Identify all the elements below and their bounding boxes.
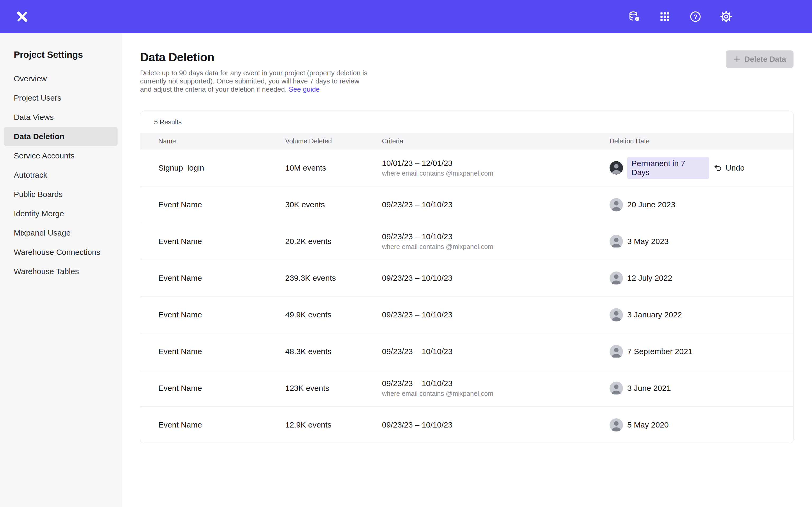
row-criteria-cell: 09/23/23 – 10/10/23	[382, 420, 610, 429]
data-management-icon[interactable]	[627, 10, 641, 23]
undo-icon	[713, 163, 722, 172]
row-volume-deleted: 20.2K events	[285, 237, 382, 246]
description-text: Delete up to 90 days data for any event …	[140, 69, 367, 93]
row-criteria: 09/23/23 – 10/10/23	[382, 232, 610, 241]
row-event-name: Event Name	[158, 274, 285, 283]
table-row: Event Name 49.9K events 09/23/23 – 10/10…	[140, 296, 793, 333]
page-title: Data Deletion	[140, 50, 370, 64]
sidebar-item-label: Mixpanel Usage	[14, 228, 70, 237]
row-criteria-cell: 09/23/23 – 10/10/23	[382, 200, 610, 209]
row-volume-deleted: 10M events	[285, 163, 382, 172]
row-criteria-cell: 09/23/23 – 10/10/23	[382, 274, 610, 283]
row-event-name: Signup_login	[158, 163, 285, 172]
sidebar-item-autotrack[interactable]: Autotrack	[4, 165, 118, 184]
sidebar-item-data-views[interactable]: Data Views	[4, 108, 118, 127]
sidebar-item-data-deletion[interactable]: Data Deletion	[4, 127, 118, 146]
row-criteria: 09/23/23 – 10/10/23	[382, 347, 610, 356]
delete-data-button[interactable]: Delete Data	[726, 50, 794, 68]
table-row: Event Name 239.3K events 09/23/23 – 10/1…	[140, 260, 793, 296]
row-criteria: 09/23/23 – 10/10/23	[382, 379, 610, 388]
sidebar-item-warehouse-tables[interactable]: Warehouse Tables	[4, 262, 118, 281]
sidebar-item-service-accounts[interactable]: Service Accounts	[4, 146, 118, 165]
sidebar-item-public-boards[interactable]: Public Boards	[4, 184, 118, 204]
table-row: Event Name 123K events 09/23/23 – 10/10/…	[140, 370, 793, 406]
column-header-deletion-date: Deletion Date	[610, 137, 793, 145]
user-avatar	[610, 272, 623, 285]
sidebar-nav: OverviewProject UsersData ViewsData Dele…	[0, 69, 121, 281]
table-header-row: Name Volume Deleted Criteria Deletion Da…	[140, 133, 793, 150]
row-criteria: 10/01/23 – 12/01/23	[382, 159, 610, 168]
row-event-name: Event Name	[158, 237, 285, 246]
undo-button[interactable]: Undo	[713, 163, 745, 172]
undo-label: Undo	[725, 163, 745, 172]
table-row: Event Name 48.3K events 09/23/23 – 10/10…	[140, 333, 793, 370]
sidebar-item-overview[interactable]: Overview	[4, 69, 118, 88]
row-volume-deleted: 239.3K events	[285, 274, 382, 283]
user-avatar	[610, 235, 623, 248]
mixpanel-logo[interactable]	[15, 10, 29, 23]
row-deletion-cell: 3 June 2021	[610, 382, 793, 395]
deletion-date: 20 June 2023	[627, 200, 675, 209]
row-criteria: 09/23/23 – 10/10/23	[382, 274, 610, 283]
sidebar-item-identity-merge[interactable]: Identity Merge	[4, 204, 118, 223]
row-criteria-subtext: where email contains @mixpanel.com	[382, 243, 610, 250]
user-avatar	[610, 418, 623, 432]
sidebar-item-label: Warehouse Tables	[14, 267, 79, 276]
row-deletion-cell: 5 May 2020	[610, 418, 793, 432]
page-description: Delete up to 90 days data for any event …	[140, 69, 370, 94]
main-content: Data Deletion Delete up to 90 days data …	[121, 33, 812, 507]
row-event-name: Event Name	[158, 200, 285, 209]
row-volume-deleted: 49.9K events	[285, 310, 382, 319]
sidebar-item-label: Data Views	[14, 113, 54, 122]
sidebar-item-mixpanel-usage[interactable]: Mixpanel Usage	[4, 223, 118, 242]
row-deletion-cell: 20 June 2023	[610, 198, 793, 212]
sidebar-item-label: Project Users	[14, 94, 61, 103]
svg-text:?: ?	[694, 13, 698, 20]
row-event-name: Event Name	[158, 384, 285, 393]
column-header-name: Name	[158, 137, 285, 145]
sidebar-item-label: Service Accounts	[14, 151, 74, 160]
row-criteria-subtext: where email contains @mixpanel.com	[382, 170, 610, 177]
user-avatar	[610, 345, 623, 358]
sidebar-item-label: Overview	[14, 74, 47, 83]
row-criteria: 09/23/23 – 10/10/23	[382, 420, 610, 429]
see-guide-link[interactable]: See guide	[289, 85, 319, 93]
table-row: Event Name 20.2K events 09/23/23 – 10/10…	[140, 223, 793, 260]
sidebar-item-label: Identity Merge	[14, 209, 64, 218]
row-deletion-cell: 3 May 2023	[610, 235, 793, 248]
table-row: Event Name 12.9K events 09/23/23 – 10/10…	[140, 406, 793, 443]
sidebar-item-project-users[interactable]: Project Users	[4, 88, 118, 108]
row-deletion-cell: 7 September 2021	[610, 345, 793, 358]
row-volume-deleted: 48.3K events	[285, 347, 382, 356]
deletion-date: 3 January 2022	[627, 310, 682, 319]
user-avatar	[610, 382, 623, 395]
row-event-name: Event Name	[158, 310, 285, 319]
results-count: 5 Results	[140, 111, 793, 133]
apps-grid-icon[interactable]	[658, 10, 671, 23]
sidebar-item-label: Warehouse Connections	[14, 248, 100, 257]
sidebar-item-label: Autotrack	[14, 171, 47, 180]
plus-icon	[733, 55, 741, 63]
row-deletion-cell: Permanent in 7 Days Undo	[610, 157, 793, 179]
row-deletion-cell: 12 July 2022	[610, 272, 793, 285]
row-volume-deleted: 12.9K events	[285, 420, 382, 429]
sidebar-item-warehouse-connections[interactable]: Warehouse Connections	[4, 242, 118, 262]
row-criteria-subtext: where email contains @mixpanel.com	[382, 390, 610, 397]
delete-data-label: Delete Data	[744, 55, 786, 64]
sidebar-title: Project Settings	[0, 49, 121, 60]
settings-icon[interactable]	[719, 10, 733, 23]
help-icon[interactable]: ?	[689, 10, 702, 23]
row-event-name: Event Name	[158, 347, 285, 356]
user-avatar	[610, 198, 623, 212]
row-criteria-cell: 09/23/23 – 10/10/23	[382, 310, 610, 319]
row-criteria-cell: 10/01/23 – 12/01/23 where email contains…	[382, 159, 610, 177]
sidebar-item-label: Data Deletion	[14, 132, 64, 141]
sidebar: Project Settings OverviewProject UsersDa…	[0, 33, 121, 507]
topbar: ?	[0, 0, 812, 33]
row-event-name: Event Name	[158, 420, 285, 429]
deletion-date: 3 May 2023	[627, 237, 669, 246]
row-volume-deleted: 123K events	[285, 384, 382, 393]
row-criteria: 09/23/23 – 10/10/23	[382, 200, 610, 209]
row-deletion-cell: 3 January 2022	[610, 308, 793, 322]
user-avatar	[610, 161, 623, 175]
